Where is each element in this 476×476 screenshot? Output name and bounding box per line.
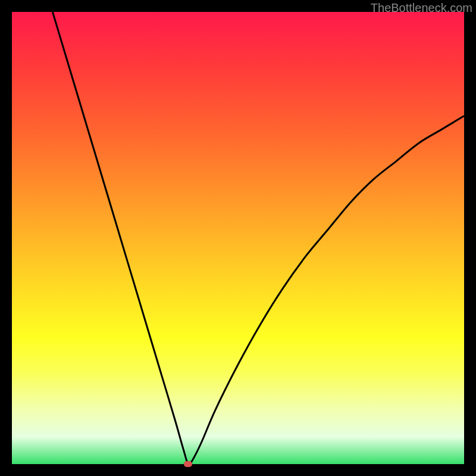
chart-frame: TheBottleneck.com [0, 0, 476, 476]
minimum-marker [184, 461, 192, 467]
plot-area [12, 12, 464, 464]
bottleneck-curve-path [52, 12, 464, 464]
curve-svg [12, 12, 464, 464]
